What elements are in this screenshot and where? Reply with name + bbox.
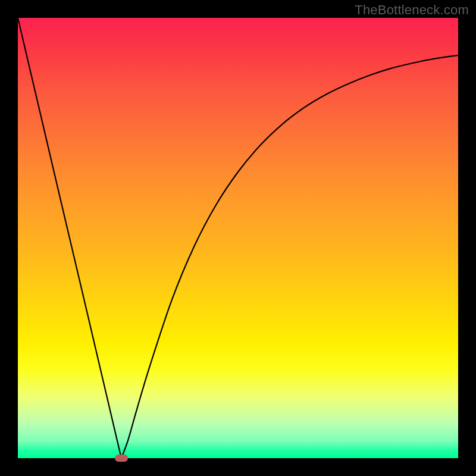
bottleneck-curve — [18, 18, 458, 458]
watermark-text: TheBottleneck.com — [355, 2, 469, 18]
chart-frame: TheBottleneck.com — [0, 0, 476, 476]
plot-area — [18, 18, 458, 458]
optimal-point-marker — [115, 455, 128, 462]
curve-svg — [18, 18, 458, 458]
